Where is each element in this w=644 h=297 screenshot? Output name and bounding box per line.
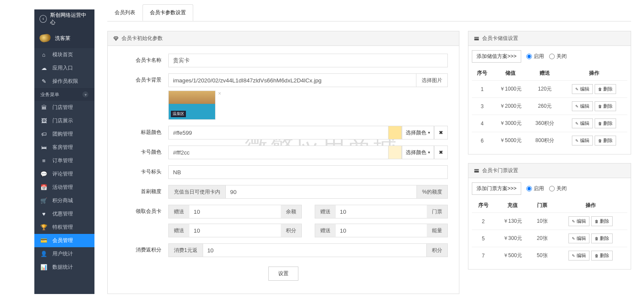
- pencil-icon: ✎: [575, 121, 579, 126]
- order-icon: ≡: [40, 158, 47, 164]
- sidebar-item-label: 门店管理: [52, 104, 73, 111]
- number-color-input[interactable]: [168, 145, 388, 159]
- sidebar-item-label: 优惠管理: [52, 210, 73, 218]
- delete-button[interactable]: 🗑删除: [595, 118, 616, 128]
- gift-energy-input[interactable]: [336, 224, 427, 237]
- prefix-input[interactable]: [168, 165, 448, 179]
- recharge-enable-radio[interactable]: 启用: [526, 53, 544, 60]
- trash-icon: 🗑: [598, 104, 602, 109]
- return-prefix: 消费1元返: [168, 243, 203, 257]
- ticket-panel: 会员卡门票设置 添加门票方案>>> 启用 关闭 序号 充值 门票: [468, 163, 631, 270]
- title-color-input[interactable]: [168, 126, 388, 139]
- first-limit-input[interactable]: [225, 185, 416, 199]
- sidebar-item-member[interactable]: 💳会员管理: [34, 234, 94, 247]
- sidebar-item-user[interactable]: 👤用户统计: [34, 247, 94, 261]
- sidebar-item-coupon[interactable]: ♥优惠管理: [34, 207, 94, 221]
- unit-ticket: 门票: [427, 205, 448, 218]
- label-receive: 领取会员卡: [119, 205, 168, 215]
- coupon-icon: ♥: [40, 211, 47, 217]
- table-row: 7￥500元50张✎编辑🗑删除: [472, 247, 627, 264]
- delete-button[interactable]: 🗑删除: [591, 233, 613, 243]
- edit-button[interactable]: ✎编辑: [568, 216, 589, 226]
- nav-group-business[interactable]: 业务菜单 ▾: [34, 88, 94, 101]
- col-op: 操作: [561, 66, 627, 81]
- sidebar-item-order[interactable]: ≡订单管理: [34, 154, 94, 167]
- sidebar-item-label: 评论管理: [52, 170, 73, 178]
- sidebar-item-store[interactable]: 🏛门店管理: [34, 101, 94, 114]
- edit-button[interactable]: ✎编辑: [572, 101, 593, 111]
- sidebar-item-room[interactable]: 🛏客房管理: [34, 141, 94, 154]
- room-icon: 🛏: [40, 144, 47, 151]
- recharge-disable-radio[interactable]: 关闭: [549, 53, 567, 60]
- sidebar-item-label: 会员管理: [52, 237, 73, 244]
- submit-button[interactable]: 设置: [268, 267, 298, 281]
- label-card-name: 会员卡名称: [119, 54, 168, 64]
- number-color-clear-button[interactable]: ✖: [434, 145, 448, 159]
- first-limit-prefix: 充值当日可使用卡内: [168, 185, 225, 199]
- ticket-disable-radio[interactable]: 关闭: [549, 185, 567, 192]
- unit-point: 积分: [281, 224, 302, 237]
- number-color-picker-button[interactable]: 选择颜色▾: [402, 145, 434, 159]
- card-bg-input[interactable]: [168, 73, 416, 87]
- tab[interactable]: 会员卡参数设置: [143, 4, 193, 21]
- edit-button[interactable]: ✎编辑: [568, 251, 589, 261]
- sidebar-item-event[interactable]: 📅活动管理: [34, 181, 94, 194]
- sidebar-item-comment[interactable]: 💬评论管理: [34, 167, 94, 181]
- tabs: 会员列表会员卡参数设置: [107, 4, 631, 21]
- delete-button[interactable]: 🗑删除: [591, 251, 613, 261]
- diamond-icon: [113, 36, 119, 42]
- edit-button[interactable]: ✎编辑: [572, 84, 593, 94]
- brand-logo-icon: [39, 33, 51, 42]
- sidebar-item-chart[interactable]: 📊数据统计: [34, 261, 94, 274]
- sidebar-item-show[interactable]: 🖼门店展示: [34, 114, 94, 127]
- edit-button[interactable]: ✎编辑: [568, 233, 589, 243]
- sidebar-item-group[interactable]: 🏷团购管理: [34, 127, 94, 141]
- delete-button[interactable]: 🗑删除: [595, 84, 616, 94]
- add-recharge-button[interactable]: 添加储值方案>>>: [472, 50, 521, 63]
- entry-icon: ☁: [40, 65, 47, 71]
- sidebar-item-home[interactable]: ⌂模块首页: [34, 48, 94, 61]
- add-ticket-button[interactable]: 添加门票方案>>>: [472, 182, 521, 195]
- tab[interactable]: 会员列表: [107, 4, 143, 21]
- gift-point-input[interactable]: [189, 224, 281, 237]
- gift-balance-input[interactable]: [189, 205, 281, 218]
- title-color-clear-button[interactable]: ✖: [434, 126, 448, 139]
- store-icon: 🏛: [40, 104, 47, 111]
- back-icon[interactable]: ‹: [39, 15, 47, 23]
- gift-label: 赠送: [315, 224, 336, 237]
- sidebar-item-perm[interactable]: ✎操作员权限: [34, 75, 94, 88]
- sidebar-item-entry[interactable]: ☁应用入口: [34, 61, 94, 75]
- trash-icon: 🗑: [595, 254, 598, 258]
- return-input[interactable]: [203, 243, 426, 257]
- label-number-color: 卡号颜色: [119, 145, 168, 156]
- delete-button[interactable]: 🗑删除: [591, 216, 613, 226]
- bg-thumbnail[interactable]: 温泉区: [168, 91, 216, 120]
- chart-icon: 📊: [40, 264, 47, 270]
- label-card-bg: 会员卡背景: [119, 73, 168, 84]
- sidebar-item-priv[interactable]: 🏆特权管理: [34, 221, 94, 234]
- delete-button[interactable]: 🗑删除: [595, 136, 616, 145]
- col-recharge: 充值: [495, 198, 530, 213]
- choose-image-button[interactable]: 选择图片: [416, 73, 448, 87]
- gift-ticket-input[interactable]: [336, 205, 427, 218]
- edit-button[interactable]: ✎编辑: [572, 136, 593, 145]
- ticket-enable-radio[interactable]: 启用: [526, 185, 544, 192]
- edit-button[interactable]: ✎编辑: [572, 118, 593, 128]
- shop-icon: 🛒: [40, 197, 47, 204]
- comment-icon: 💬: [40, 171, 47, 177]
- label-first-limit: 首刷额度: [119, 185, 168, 195]
- pencil-icon: ✎: [572, 236, 575, 241]
- show-icon: 🖼: [40, 118, 47, 124]
- title-color-swatch: [388, 126, 402, 139]
- card-name-input[interactable]: [168, 54, 448, 67]
- trash-icon: 🗑: [598, 87, 602, 91]
- sidebar-item-shop[interactable]: 🛒积分商城: [34, 194, 94, 207]
- table-row: 6￥5000元800积分✎编辑🗑删除: [472, 132, 627, 149]
- remove-thumb-icon[interactable]: ×: [218, 91, 221, 97]
- delete-button[interactable]: 🗑删除: [595, 101, 616, 111]
- trash-icon: 🗑: [595, 236, 598, 241]
- col-seq: 序号: [472, 198, 495, 213]
- trash-icon: 🗑: [598, 139, 602, 143]
- caret-down-icon: ▾: [428, 150, 430, 155]
- title-color-picker-button[interactable]: 选择颜色▾: [402, 126, 434, 139]
